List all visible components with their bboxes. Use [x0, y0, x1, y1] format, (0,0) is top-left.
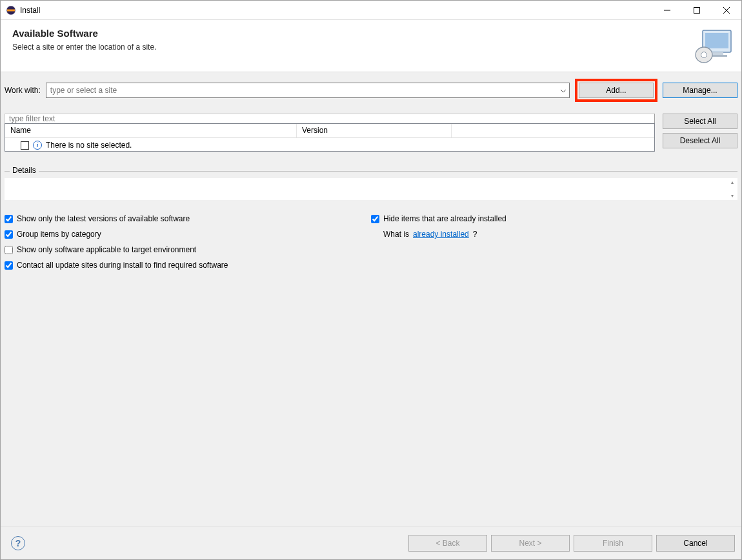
label-latest-versions: Show only the latest versions of availab…: [17, 214, 190, 223]
select-all-button[interactable]: Select All: [663, 114, 737, 129]
option-contact-all-sites[interactable]: Contact all update sites during install …: [5, 261, 371, 270]
checkbox-applicable-target[interactable]: [5, 246, 13, 254]
table-header: Name Version: [5, 124, 654, 138]
label-group-category: Group items by category: [17, 230, 101, 239]
spinner-down-icon[interactable]: ▾: [731, 193, 734, 199]
content-area: Work with: Add... Manage... Name Version: [1, 72, 741, 526]
details-group: Details ▴ ▾: [5, 171, 737, 200]
close-button[interactable]: [712, 1, 741, 20]
table-row[interactable]: i There is no site selected.: [5, 139, 654, 151]
banner-subtitle: Select a site or enter the location of a…: [12, 43, 694, 52]
wizard-banner: Available Software Select a site or ente…: [1, 20, 741, 72]
banner-title: Available Software: [12, 28, 694, 39]
details-legend: Details: [10, 166, 39, 175]
manage-button[interactable]: Manage...: [663, 83, 737, 98]
selection-buttons: Select All Deselect All: [663, 114, 737, 148]
svg-rect-1: [7, 9, 15, 11]
svg-rect-8: [705, 33, 728, 48]
title-bar: Install: [1, 1, 741, 20]
deselect-all-button[interactable]: Deselect All: [663, 133, 737, 148]
details-textarea[interactable]: ▴ ▾: [5, 178, 737, 200]
checkbox-group-category[interactable]: [5, 230, 13, 239]
svg-rect-4: [694, 7, 700, 13]
wizard-icon: [694, 28, 735, 64]
finish-button: Finish: [574, 535, 652, 552]
details-spinner[interactable]: ▴ ▾: [728, 179, 736, 199]
option-latest-versions[interactable]: Show only the latest versions of availab…: [5, 214, 371, 223]
what-is-suffix: ?: [473, 230, 477, 239]
chevron-down-icon[interactable]: [557, 86, 569, 95]
work-with-label: Work with:: [5, 86, 41, 95]
minimize-button[interactable]: [652, 1, 682, 20]
install-dialog: Install Available Software Select a site…: [0, 0, 742, 560]
wizard-footer: ? < Back Next > Finish Cancel: [1, 526, 741, 559]
maximize-button[interactable]: [682, 1, 712, 20]
label-hide-installed: Hide items that are already installed: [383, 214, 506, 223]
work-with-row: Work with: Add... Manage...: [5, 79, 737, 102]
app-icon: [6, 5, 16, 15]
column-version[interactable]: Version: [297, 124, 452, 137]
add-button[interactable]: Add...: [579, 83, 654, 98]
label-contact-all-sites: Contact all update sites during install …: [17, 261, 228, 270]
empty-message: There is no site selected.: [46, 141, 132, 150]
what-is-installed: What is already installed?: [371, 230, 737, 239]
window-title: Install: [20, 6, 652, 15]
label-applicable-target: Show only software applicable to target …: [17, 245, 196, 254]
svg-point-12: [701, 52, 707, 58]
what-is-prefix: What is: [383, 230, 409, 239]
filter-and-table-row: Name Version i There is no site selected…: [5, 114, 737, 152]
options-grid: Show only the latest versions of availab…: [5, 214, 737, 270]
info-icon: i: [33, 141, 42, 150]
next-button: Next >: [491, 535, 570, 552]
cancel-button[interactable]: Cancel: [656, 535, 735, 552]
spinner-up-icon[interactable]: ▴: [731, 179, 734, 185]
software-table[interactable]: Name Version i There is no site selected…: [5, 123, 655, 152]
option-applicable-target[interactable]: Show only software applicable to target …: [5, 245, 371, 254]
already-installed-link[interactable]: already installed: [413, 230, 469, 239]
checkbox-hide-installed[interactable]: [371, 215, 379, 223]
table-body: i There is no site selected.: [5, 138, 654, 151]
column-name[interactable]: Name: [5, 124, 297, 137]
add-button-highlight: Add...: [575, 79, 657, 102]
filter-input[interactable]: [5, 114, 655, 124]
work-with-input[interactable]: [46, 86, 557, 95]
option-group-category[interactable]: Group items by category: [5, 230, 371, 239]
help-icon[interactable]: ?: [11, 536, 25, 550]
checkbox-latest-versions[interactable]: [5, 215, 13, 223]
option-hide-installed[interactable]: Hide items that are already installed: [371, 214, 737, 223]
row-checkbox[interactable]: [21, 141, 29, 150]
back-button: < Back: [408, 535, 487, 552]
column-spacer: [452, 124, 654, 137]
work-with-combobox[interactable]: [46, 83, 570, 98]
checkbox-contact-all-sites[interactable]: [5, 261, 13, 270]
